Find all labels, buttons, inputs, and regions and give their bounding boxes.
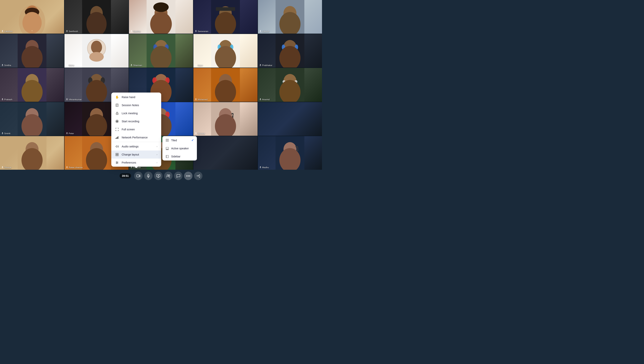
menu-item-start-recording[interactable]: Start recording (111, 117, 161, 125)
participant-name-ratansharma: Ratan sharma (66, 166, 82, 169)
submenu-active-speaker[interactable]: Active speaker (162, 144, 197, 152)
video-cell-sharman[interactable]: Sharman (129, 34, 193, 68)
svg-rect-27 (260, 30, 260, 32)
svg-rect-22 (196, 30, 196, 32)
participant-name-monica: Monica (195, 132, 205, 135)
video-cell-maha[interactable]: Maha (64, 34, 128, 68)
svg-rect-168 (137, 175, 139, 177)
menu-item-audio-settings[interactable]: Audio settings › (111, 142, 161, 151)
menu-item-full-screen[interactable]: Full screen (111, 125, 161, 133)
active-speaker-icon (166, 147, 169, 150)
menu-label-session-notes: Session Notes (122, 104, 139, 107)
preferences-icon (115, 161, 119, 165)
svg-rect-157 (166, 149, 167, 150)
participant-name-maha: Maha (66, 64, 74, 67)
menu-label-start-recording: Start recording (122, 120, 139, 123)
menu-item-change-layout[interactable]: Change layout › Tiled ✓ (111, 151, 161, 159)
menu-label-lock-meeting: Lock meeting (122, 112, 138, 115)
svg-point-179 (188, 175, 189, 176)
screenshare-button[interactable] (154, 172, 162, 180)
svg-rect-83 (196, 98, 196, 100)
lock-icon (115, 111, 119, 115)
video-cell-swetha[interactable]: Swetha (129, 0, 193, 34)
audio-icon (115, 145, 119, 148)
svg-point-14 (153, 3, 169, 12)
participant-name-lakshmi: Lakshmi (2, 30, 12, 33)
menu-item-lock-meeting[interactable]: Lock meeting (111, 109, 161, 117)
fullscreen-icon (115, 128, 119, 131)
active-speaker-label: Active speaker (171, 147, 189, 150)
svg-rect-100 (66, 132, 67, 134)
video-cell-smiriti[interactable]: Smiriti (0, 102, 64, 136)
svg-rect-16 (131, 30, 132, 32)
menu-label-full-screen: Full screen (122, 128, 135, 131)
svg-rect-5 (2, 30, 3, 32)
arrow-icon-layout: › (156, 153, 157, 156)
menu-label-audio-settings: Audio settings (122, 145, 138, 148)
svg-rect-169 (148, 174, 149, 176)
svg-point-167 (116, 163, 117, 164)
submenu-sidebar[interactable]: Sidebar (162, 152, 197, 161)
participants-button[interactable] (164, 172, 172, 180)
svg-rect-151 (117, 155, 118, 156)
video-cell-santhosh[interactable]: Santhosh (64, 0, 128, 34)
menu-label-network-performance: Network Performance (122, 136, 148, 139)
video-cell-madhu[interactable]: Madhu (258, 136, 322, 170)
video-cell-prabhakar[interactable]: Prabhakar (258, 34, 322, 68)
video-cell-monica[interactable]: Monica (194, 102, 258, 136)
layout-submenu: Tiled ✓ Active speaker (162, 136, 197, 161)
menu-item-raise-hand[interactable]: ✋ Raise hand (111, 93, 161, 101)
video-cell-aravind[interactable]: Aravind (258, 68, 322, 102)
svg-rect-113 (196, 132, 196, 134)
svg-rect-159 (168, 149, 168, 150)
svg-rect-145 (116, 137, 117, 139)
svg-rect-95 (2, 132, 3, 134)
more-button[interactable] (184, 172, 192, 180)
participant-name-vikramkumar: Vikramkumar (66, 98, 82, 101)
video-cell-prakash[interactable]: Prakash (0, 68, 64, 102)
svg-rect-45 (131, 64, 132, 66)
submenu-tiled[interactable]: Tiled ✓ (162, 136, 197, 144)
participant-name-peter: Peter (66, 132, 74, 135)
video-cell-smitha[interactable]: Smitha (0, 34, 64, 68)
participant-name-sharman: Sharman (130, 64, 142, 67)
session-notes-icon (115, 103, 119, 107)
video-cell-lakshmi[interactable]: ● Lakshmi (0, 0, 64, 34)
menu-caret (135, 167, 138, 168)
mic-button[interactable] (144, 172, 152, 180)
menu-item-preferences[interactable]: Preferences › (111, 159, 161, 167)
svg-rect-118 (2, 166, 3, 168)
tiled-check: ✓ (191, 138, 194, 142)
sidebar-icon (166, 155, 169, 158)
raise-hand-icon: ✋ (115, 95, 119, 99)
svg-rect-144 (116, 138, 116, 139)
arrow-icon-preferences: › (156, 161, 157, 164)
video-cell-shreya[interactable]: Shreya (0, 136, 64, 170)
menu-item-network-performance[interactable]: Network Performance (111, 133, 161, 142)
menu-divider-1 (111, 142, 161, 142)
participant-name-prakash: Prakash (2, 98, 12, 101)
menu-label-preferences: Preferences (122, 161, 136, 164)
svg-point-180 (189, 175, 190, 176)
menu-item-session-notes[interactable]: Session Notes (111, 101, 161, 109)
camera-button[interactable] (134, 172, 142, 180)
svg-rect-123 (66, 166, 67, 168)
video-cell-arjun[interactable]: Arjun (194, 34, 258, 68)
svg-rect-148 (116, 153, 117, 154)
svg-rect-64 (2, 98, 3, 100)
chat-button[interactable] (174, 172, 182, 180)
svg-point-141 (117, 114, 118, 114)
svg-rect-154 (166, 141, 167, 142)
svg-point-143 (116, 121, 118, 122)
participant-name-madhu: Madhu (260, 166, 269, 169)
participant-name-smiriti: Smiriti (2, 132, 10, 135)
svg-rect-10 (66, 30, 67, 32)
video-cell-saravanan[interactable]: Saravanan (194, 0, 258, 34)
participant-name-smitha: Smitha (2, 64, 11, 67)
leave-button[interactable] (194, 172, 202, 180)
arrow-icon-audio: › (156, 145, 157, 148)
video-cell-unnamed (194, 136, 258, 170)
video-cell-lokesh[interactable]: Lokesh (258, 0, 322, 34)
participant-name-shreya: Shreya (2, 166, 11, 169)
video-cell-mohamed[interactable]: Mohamed (194, 68, 258, 102)
